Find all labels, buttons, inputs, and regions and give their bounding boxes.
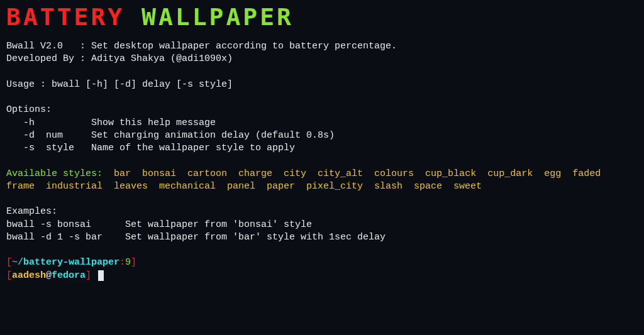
prompt2-at: @: [46, 270, 52, 281]
prompt2-bracket-open: [: [6, 270, 12, 281]
example-1: bwall -s bonsai Set wallpaper from 'bons…: [6, 219, 638, 231]
option-h: -h Show this help message: [6, 117, 638, 129]
example-2: bwall -d 1 -s bar Set wallpaper from 'ba…: [6, 231, 638, 244]
options-header: Options:: [6, 104, 638, 116]
prompt2-bracket-close: ]: [86, 270, 91, 281]
blank-line: [6, 91, 638, 104]
examples-header: Examples:: [6, 206, 638, 218]
info-line-1: Bwall V2.0 : Set desktop wallpaper accor…: [6, 40, 638, 53]
prompt-line-1: [~/battery-wallpaper:9]: [6, 256, 638, 269]
ascii-banner: BATTERY WALLPAPER: [6, 0, 638, 40]
cursor-icon: [98, 270, 104, 281]
option-s: -s style Name of the wallpaper style to …: [6, 142, 638, 155]
terminal-window[interactable]: BATTERY WALLPAPER Bwall V2.0 : Set deskt…: [0, 0, 644, 282]
info-line-2: Developed By : Aditya Shakya (@adi1090x): [6, 53, 638, 65]
prompt2-user: aadesh: [12, 270, 46, 281]
blank-line: [6, 244, 638, 256]
prompt-tilde: ~/: [12, 257, 23, 268]
option-d: -d num Set charging animation delay (def…: [6, 129, 638, 142]
prompt-bracket-close: ]: [131, 257, 136, 268]
usage-line: Usage : bwall [-h] [-d] delay [-s style]: [6, 79, 638, 91]
prompt-num: 9: [125, 257, 131, 268]
banner-word-2: WALLPAPER: [142, 3, 294, 31]
styles-label: Available styles:: [6, 168, 103, 179]
styles-line: Available styles: bar bonsai cartoon cha…: [6, 168, 638, 194]
prompt-line-2[interactable]: [aadesh@fedora]: [6, 270, 638, 282]
blank-line: [6, 193, 638, 206]
blank-line: [6, 66, 638, 79]
prompt-path: battery-wallpaper: [23, 257, 119, 268]
prompt2-host: fedora: [52, 270, 86, 281]
prompt-colon: :: [119, 257, 125, 268]
blank-line: [6, 155, 638, 167]
banner-word-1: BATTERY: [6, 3, 125, 31]
prompt-bracket-open: [: [6, 257, 12, 268]
